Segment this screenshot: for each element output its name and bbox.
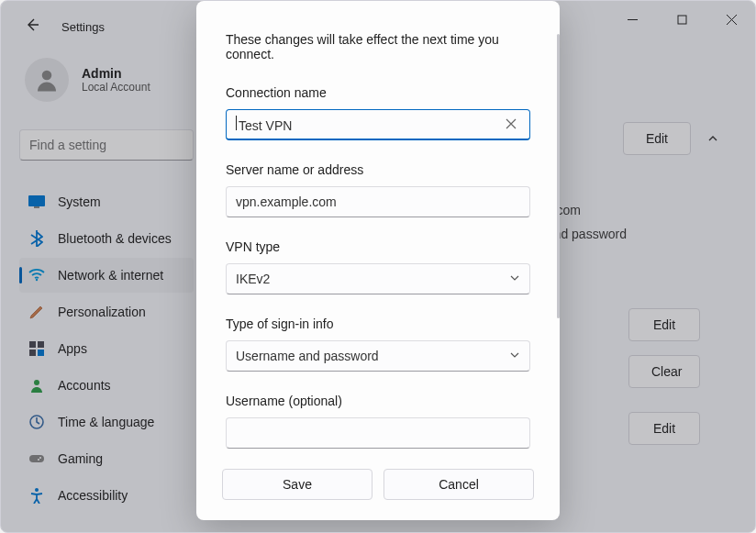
server-input[interactable]: vpn.example.com	[226, 186, 530, 217]
text-caret	[236, 116, 237, 130]
vpn-type-label: VPN type	[226, 239, 530, 254]
signin-select[interactable]: Username and password	[226, 340, 530, 372]
signin-label: Type of sign-in info	[226, 316, 530, 331]
settings-window: Settings Admin Local Account System Blue…	[0, 0, 756, 533]
edit-vpn-dialog: These changes will take effect the next …	[196, 1, 560, 520]
save-button[interactable]: Save	[222, 469, 372, 500]
chevron-down-icon	[509, 272, 520, 286]
connection-name-label: Connection name	[226, 85, 530, 100]
dialog-note: These changes will take effect the next …	[226, 32, 530, 61]
username-label: Username (optional)	[226, 394, 530, 408]
connection-name-input[interactable]: Test VPN	[226, 109, 530, 140]
vpn-type-select[interactable]: IKEv2	[226, 263, 530, 294]
dialog-scrollbar[interactable]	[557, 34, 560, 318]
username-input[interactable]	[226, 417, 530, 449]
server-label: Server name or address	[226, 162, 530, 177]
chevron-down-icon	[509, 349, 520, 363]
clear-input-icon[interactable]	[502, 117, 520, 132]
dialog-body: These changes will take effect the next …	[196, 1, 560, 452]
cancel-button[interactable]: Cancel	[384, 469, 534, 500]
dialog-footer: Save Cancel	[196, 452, 560, 520]
